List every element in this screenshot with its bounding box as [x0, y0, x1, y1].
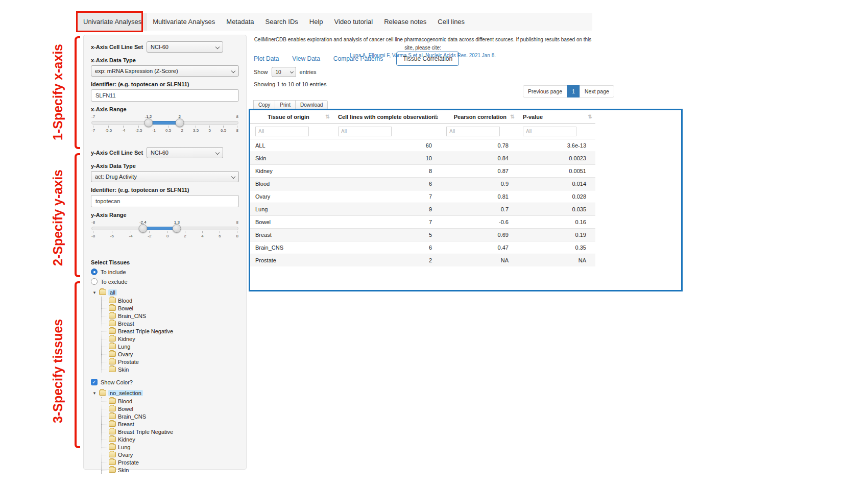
- slider-tick: -2: [148, 231, 151, 238]
- tree-item-tissue[interactable]: Bowel: [102, 405, 239, 412]
- annotation-bracket-y-axis: [75, 153, 80, 277]
- sort-icon[interactable]: ⇅: [511, 114, 515, 119]
- y-data-type-select[interactable]: act: Drug Activity: [91, 171, 239, 182]
- nav-item[interactable]: Multivariate Analyses: [147, 13, 221, 31]
- slider-handle-left[interactable]: [139, 224, 148, 233]
- tree-root-label: all: [108, 289, 117, 296]
- next-page-button[interactable]: Next page: [580, 85, 614, 97]
- slider-tick: -2.5: [135, 126, 142, 133]
- slider-min-label: -7: [91, 114, 95, 119]
- tree-item-label: Prostate: [118, 459, 139, 466]
- x-range-slider: -7 8 -1.2 2 -7-5.5-4-2.5-10.523.556.58: [91, 114, 238, 139]
- tab[interactable]: Plot Data: [254, 55, 279, 62]
- tree-item-tissue[interactable]: Kidney: [102, 335, 239, 343]
- slider-track[interactable]: [91, 227, 238, 230]
- column-header[interactable]: Pearson correlation⇅: [441, 110, 518, 124]
- x-identifier-label: Identifier: (e.g. topotecan or SLFN11): [91, 81, 239, 87]
- tab[interactable]: Tissue Correlation: [396, 52, 459, 66]
- column-header-label: Pearson correlation: [454, 114, 507, 120]
- radio-icon[interactable]: [91, 269, 98, 275]
- tree-item-label: Bowel: [118, 406, 133, 412]
- tree-item-tissue[interactable]: Breast Triple Negative: [102, 428, 239, 435]
- tree-item-tissue[interactable]: Kidney: [102, 435, 239, 443]
- current-page-button[interactable]: 1: [567, 85, 580, 97]
- radio-to-include[interactable]: To include: [91, 269, 239, 275]
- column-header[interactable]: P-value⇅: [518, 110, 595, 124]
- previous-page-button[interactable]: Previous page: [523, 85, 567, 97]
- sort-icon[interactable]: ⇅: [588, 114, 592, 119]
- table-row: Blood 6 0.9 0.014: [250, 178, 595, 190]
- tree-item-tissue[interactable]: Ovary: [102, 451, 239, 458]
- slider-tick: 0: [166, 231, 168, 238]
- tree-item-tissue[interactable]: Breast: [102, 320, 239, 327]
- tissue-correlation-table-box: Tissue of origin⇅ Cell lines with comple…: [249, 109, 683, 291]
- cell-pvalue: 0.19: [518, 229, 595, 241]
- tree-item-tissue[interactable]: Ovary: [102, 350, 239, 358]
- entries-count-select[interactable]: 10: [272, 67, 296, 77]
- slider-handle-right[interactable]: [173, 224, 181, 233]
- tree-item-tissue[interactable]: Blood: [102, 297, 239, 304]
- tree-item-tissue[interactable]: Skin: [102, 365, 239, 373]
- y-identifier-input[interactable]: [91, 195, 239, 207]
- chevron-down-icon: [215, 45, 220, 49]
- x-data-type-label: x-Axis Data Type: [91, 57, 239, 63]
- column-filter-input[interactable]: [255, 127, 309, 136]
- tree-item-tissue[interactable]: Blood: [102, 397, 239, 405]
- slider-track[interactable]: [91, 121, 238, 125]
- tree-root-no-selection[interactable]: ▾ no_selection: [92, 389, 239, 397]
- tree-item-tissue[interactable]: Prostate: [102, 358, 239, 365]
- cell-pvalue: 0.16: [518, 216, 595, 229]
- radio-icon[interactable]: [91, 278, 98, 285]
- tree-expand-icon[interactable]: ▾: [92, 391, 97, 396]
- tree-item-tissue[interactable]: Skin: [102, 466, 239, 474]
- slider-tick: 8: [236, 231, 238, 238]
- column-filter-input[interactable]: [523, 127, 576, 136]
- show-color-checkbox-row[interactable]: ✓ Show Color?: [91, 379, 239, 385]
- cell-observations: 7: [333, 216, 441, 229]
- cell-pvalue: 0.014: [518, 178, 595, 190]
- folder-icon: [99, 390, 106, 396]
- tissue-color-tree: ▾ no_selection Blood Bowel: [92, 389, 239, 474]
- x-cell-line-set-select[interactable]: NCI-60: [147, 41, 223, 53]
- tree-item-tissue[interactable]: Lung: [102, 343, 239, 350]
- filter-cell: [518, 124, 595, 139]
- nav-item[interactable]: Univariate Analyses: [78, 13, 147, 31]
- sort-icon[interactable]: ⇅: [326, 114, 330, 119]
- pagination: Previous page 1 Next page: [523, 85, 614, 97]
- x-identifier-input[interactable]: [91, 89, 239, 102]
- y-cell-line-set-label: y-Axis Cell Line Set: [91, 150, 143, 156]
- slider-handle-right[interactable]: [175, 118, 184, 127]
- nav-item[interactable]: Search IDs: [260, 13, 304, 31]
- column-filter-input[interactable]: [446, 127, 500, 136]
- table-filter-row: [250, 124, 595, 139]
- nav-item[interactable]: Help: [304, 13, 329, 31]
- y-cell-line-set-select[interactable]: NCI-60: [147, 147, 223, 158]
- tissue-correlation-table: Tissue of origin⇅ Cell lines with comple…: [250, 110, 595, 266]
- tree-item-tissue[interactable]: Breast: [102, 420, 239, 428]
- column-header[interactable]: Cell lines with complete observations⇅: [333, 110, 441, 124]
- nav-item[interactable]: Cell lines: [432, 13, 470, 31]
- column-filter-input[interactable]: [338, 127, 392, 136]
- tree-item-tissue[interactable]: Brain_CNS: [102, 312, 239, 320]
- slider-handle-left[interactable]: [144, 118, 153, 127]
- column-header-label: P-value: [523, 114, 543, 120]
- checkbox-icon[interactable]: ✓: [91, 379, 98, 385]
- tree-item-tissue[interactable]: Bowel: [102, 304, 239, 312]
- nav-item[interactable]: Release notes: [378, 13, 432, 31]
- tree-item-tissue[interactable]: Breast Triple Negative: [102, 327, 239, 335]
- nav-item[interactable]: Metadata: [221, 13, 259, 31]
- x-data-type-select[interactable]: exp: mRNA Expression (Z-Score): [91, 65, 239, 77]
- cell-pearson: -0.6: [441, 216, 518, 229]
- tree-item-tissue[interactable]: Lung: [102, 443, 239, 451]
- tree-item-tissue[interactable]: Prostate: [102, 458, 239, 466]
- tab[interactable]: Compare Patterns: [333, 55, 383, 62]
- tab[interactable]: View Data: [292, 55, 320, 62]
- tree-item-tissue[interactable]: Brain_CNS: [102, 412, 239, 420]
- column-header[interactable]: Tissue of origin⇅: [250, 110, 333, 124]
- tree-root-all[interactable]: ▾ all: [92, 288, 239, 296]
- y-cell-line-set-value: NCI-60: [151, 150, 168, 156]
- radio-to-exclude[interactable]: To exclude: [91, 278, 239, 285]
- tree-expand-icon[interactable]: ▾: [92, 290, 97, 295]
- nav-item[interactable]: Video tutorial: [329, 13, 379, 31]
- sort-icon[interactable]: ⇅: [434, 114, 438, 119]
